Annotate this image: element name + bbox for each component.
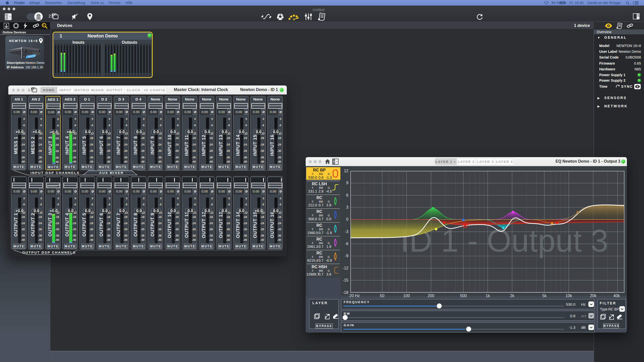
- svg-text:OUTPUT DSP CHANNELS: OUTPUT DSP CHANNELS: [22, 251, 76, 254]
- svg-text:AUX MIXER: AUX MIXER: [99, 171, 124, 175]
- svg-text:INPUT DSP CHANNELS: INPUT DSP CHANNELS: [30, 171, 80, 175]
